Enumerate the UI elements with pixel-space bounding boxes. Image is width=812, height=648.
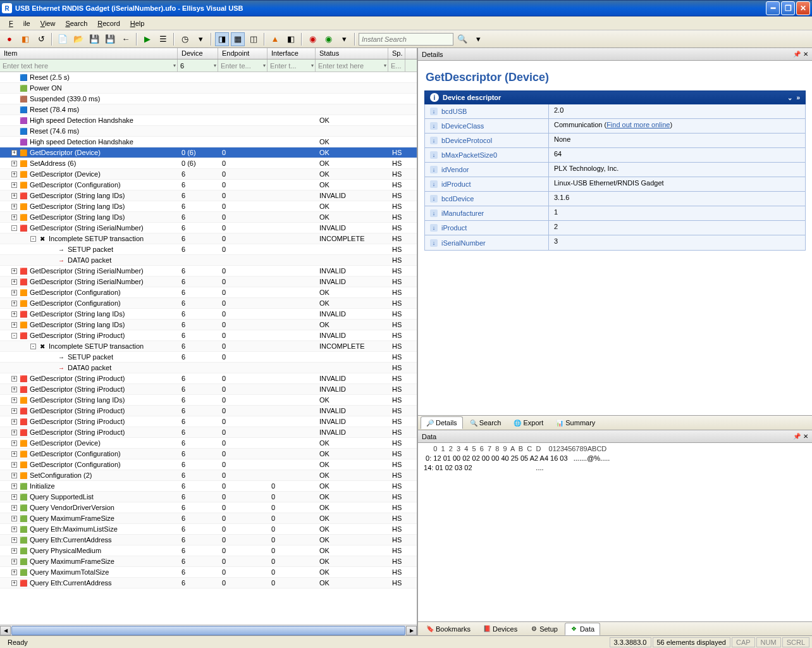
close-pane-icon[interactable]: ✕ <box>803 433 808 440</box>
table-row[interactable]: +🟧SetAddress (6)0 (6)0OKHS <box>0 158 417 169</box>
table-row[interactable]: +🟩Query VendorDriverVersion600OKHS <box>0 502 417 513</box>
descriptor-row[interactable]: iSerialNumber3 <box>425 235 805 250</box>
pin-icon[interactable]: 📌 <box>793 51 801 58</box>
col-interface[interactable]: Interface <box>268 48 316 59</box>
expand-toggle[interactable]: - <box>30 344 36 349</box>
table-row[interactable]: +🟧GetDescriptor (String lang IDs)60OKHS <box>0 201 417 212</box>
more-online-link[interactable]: Find out more online <box>606 121 670 128</box>
table-row[interactable]: +🟥GetDescriptor (String iSerialNumber)60… <box>0 277 417 287</box>
list-icon[interactable]: ☰ <box>156 32 170 46</box>
expand-toggle[interactable]: + <box>11 279 17 285</box>
table-row[interactable]: +🟧GetDescriptor (Configuration)60OKHS <box>0 287 417 298</box>
tab-bookmarks[interactable]: 🔖Bookmarks <box>421 623 476 635</box>
set-grn-icon[interactable]: ◉ <box>321 32 335 46</box>
col-sp[interactable]: Sp. <box>388 48 405 59</box>
hide-icon[interactable]: » <box>796 94 800 101</box>
expand-toggle[interactable]: + <box>11 526 17 532</box>
descriptor-row[interactable]: iProduct2 <box>425 221 805 235</box>
tab-summary[interactable]: 📊Summary <box>550 416 601 429</box>
expand-toggle[interactable]: + <box>11 440 17 446</box>
expand-toggle[interactable]: + <box>11 483 17 489</box>
table-row[interactable]: 🟫Suspended (339.0 ms) <box>0 94 417 104</box>
table-row[interactable]: -✖Incomplete SETUP transaction60INCOMPLE… <box>0 234 417 244</box>
set-red-icon[interactable]: ◉ <box>305 32 319 46</box>
table-row[interactable]: →DATA0 packetHS <box>0 363 417 373</box>
expand-toggle[interactable]: + <box>11 451 17 457</box>
col-device[interactable]: Device <box>178 48 218 59</box>
table-row[interactable]: +🟧GetDescriptor (Device)0 (6)0OKHS <box>0 147 417 158</box>
saveall-icon[interactable]: 💾 <box>103 32 117 46</box>
descriptor-row[interactable]: idProductLinux-USB Ethernet/RNDIS Gadget <box>425 177 805 192</box>
expand-toggle[interactable]: + <box>11 473 17 478</box>
table-row[interactable]: +🟥Query Eth:CurrentAddress600OKHS <box>0 578 417 589</box>
table-row[interactable]: 🟪High speed Detection HandshakeOK <box>0 137 417 147</box>
table-row[interactable]: +🟧GetDescriptor (Configuration)60OKHS <box>0 459 417 470</box>
save-icon[interactable]: 💾 <box>87 32 101 46</box>
table-row[interactable]: 🟦Reset (74.6 ms) <box>0 126 417 137</box>
table-row[interactable]: →SETUP packet60HS <box>0 352 417 363</box>
expand-toggle[interactable]: + <box>11 290 17 296</box>
back-icon[interactable]: ← <box>119 32 133 46</box>
table-row[interactable]: +🟩Query PhysicalMedium600OKHS <box>0 545 417 556</box>
col-status[interactable]: Status <box>316 48 388 59</box>
table-row[interactable]: +🟧GetDescriptor (Configuration)60OKHS <box>0 180 417 190</box>
close-button[interactable]: ✕ <box>796 1 810 15</box>
table-row[interactable]: +🟩Query MaximumFrameSize600OKHS <box>0 556 417 567</box>
tab-details[interactable]: 🔎Details <box>421 416 463 429</box>
filter-sp[interactable]: E... <box>388 59 405 72</box>
h-scrollbar[interactable]: ◀ ▶ <box>0 625 417 635</box>
minimize-button[interactable]: ━ <box>766 1 780 15</box>
table-row[interactable]: -🟥GetDescriptor (String iSerialNumber)60… <box>0 223 417 234</box>
grid-body[interactable]: 🟦Reset (2.5 s)🟩Power ON🟫Suspended (339.0… <box>0 72 417 625</box>
go-icon[interactable]: ▶ <box>140 32 154 46</box>
color-icon[interactable]: ◧ <box>284 32 298 46</box>
table-row[interactable]: +🟧GetDescriptor (Configuration)60OKHS <box>0 298 417 309</box>
close-pane-icon[interactable]: ✕ <box>803 51 808 58</box>
descriptor-header[interactable]: i Device descriptor ⌄ » <box>424 90 806 104</box>
filter-interface[interactable]: Enter t... <box>268 59 316 72</box>
scroll-right-icon[interactable]: ▶ <box>406 626 417 635</box>
descriptor-row[interactable]: idVendorPLX Technology, Inc. <box>425 163 805 177</box>
expand-toggle[interactable]: - <box>11 225 17 231</box>
table-row[interactable]: 🟩Power ON <box>0 83 417 94</box>
col-endpoint[interactable]: Endpoint <box>218 48 268 59</box>
scroll-left-icon[interactable]: ◀ <box>0 626 11 635</box>
table-row[interactable]: 🟪High speed Detection HandshakeOK <box>0 115 417 126</box>
expand-toggle[interactable]: - <box>30 236 36 242</box>
table-row[interactable]: +🟧GetDescriptor (String lang IDs)60OKHS <box>0 212 417 223</box>
table-row[interactable]: +🟥GetDescriptor (String iProduct)60INVAL… <box>0 406 417 416</box>
table-row[interactable]: +🟧GetDescriptor (Device)60OKHS <box>0 169 417 180</box>
open-icon[interactable]: 📂 <box>71 32 85 46</box>
menu-search[interactable]: Search <box>60 18 92 28</box>
table-row[interactable]: +🟧GetDescriptor (String lang IDs)60OKHS <box>0 320 417 330</box>
view1-icon[interactable]: ◨ <box>215 32 229 46</box>
filter-endpoint[interactable]: Enter te... <box>218 59 268 72</box>
table-row[interactable]: →DATA0 packetHS <box>0 255 417 266</box>
expand-icon[interactable]: ▾ <box>194 32 207 46</box>
table-row[interactable]: +🟧SetConfiguration (2)60OKHS <box>0 470 417 481</box>
expand-toggle[interactable]: + <box>11 311 17 317</box>
expand-toggle[interactable]: + <box>11 430 17 435</box>
collapse-icon[interactable]: ⌄ <box>787 94 792 101</box>
table-row[interactable]: +🟥GetDescriptor (String iProduct)60INVAL… <box>0 416 417 427</box>
descriptor-row[interactable]: bDeviceClassCommunication (Find out more… <box>425 119 805 134</box>
table-row[interactable]: +🟩Query MaximumTotalSize600OKHS <box>0 567 417 578</box>
table-row[interactable]: +🟩Query SupportedList600OKHS <box>0 492 417 502</box>
filter-status[interactable]: Enter text here <box>316 59 388 72</box>
expand-toggle[interactable]: + <box>11 505 17 511</box>
expand-toggle[interactable]: + <box>11 193 17 199</box>
table-row[interactable]: +🟥GetDescriptor (String iSerialNumber)60… <box>0 266 417 277</box>
search-dd-icon[interactable]: ▾ <box>471 32 485 46</box>
expand-toggle[interactable]: + <box>11 419 17 425</box>
expand-toggle[interactable]: + <box>11 182 17 188</box>
table-row[interactable]: +🟥GetDescriptor (String iProduct)60INVAL… <box>0 427 417 438</box>
table-row[interactable]: -✖Incomplete SETUP transaction60INCOMPLE… <box>0 341 417 352</box>
table-row[interactable]: +🟥GetDescriptor (String iProduct)60INVAL… <box>0 373 417 384</box>
menu-view[interactable]: View <box>35 18 61 28</box>
tab-data[interactable]: ❖Data <box>565 623 600 635</box>
expand-toggle[interactable]: + <box>11 301 17 306</box>
expand-toggle[interactable]: + <box>11 559 17 564</box>
table-row[interactable]: →SETUP packet60HS <box>0 244 417 255</box>
table-row[interactable]: +🟩Query Eth:MaximumListSize600OKHS <box>0 524 417 535</box>
time-icon[interactable]: ◷ <box>178 32 192 46</box>
